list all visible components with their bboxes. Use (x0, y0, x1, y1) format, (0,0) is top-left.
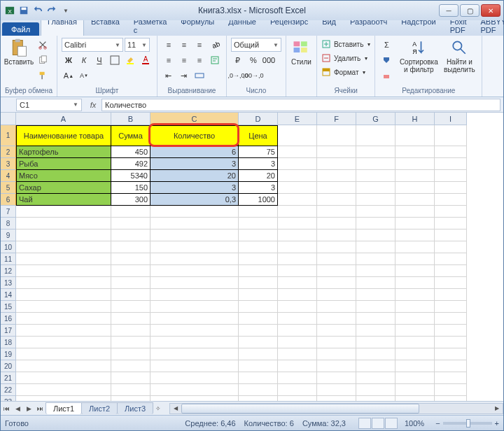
sheet-nav-prev-icon[interactable]: ◀ (12, 403, 23, 414)
cell-A12[interactable] (16, 265, 111, 277)
cell-F2[interactable] (317, 146, 356, 158)
row-header-3[interactable]: 3 (1, 158, 16, 170)
cell-G6[interactable] (356, 194, 396, 206)
cell-B7[interactable] (111, 206, 150, 218)
worksheet-grid[interactable]: ABCDEFGHI 123456789101112131415161718192… (1, 113, 503, 401)
cell-A9[interactable] (16, 229, 111, 241)
cell-A16[interactable] (16, 313, 111, 325)
cell-B20[interactable] (111, 360, 150, 372)
cell-A17[interactable] (16, 325, 111, 337)
sheet-nav-next-icon[interactable]: ▶ (23, 403, 34, 414)
cell-I17[interactable] (435, 325, 467, 337)
cell-F7[interactable] (317, 206, 356, 218)
cell-F1[interactable] (317, 125, 356, 146)
formula-input[interactable]: Количество (102, 99, 500, 111)
row-header-9[interactable]: 9 (1, 229, 16, 241)
align-middle-icon[interactable]: ≡ (177, 38, 191, 52)
cell-G16[interactable] (356, 313, 396, 325)
cell-A20[interactable] (16, 360, 111, 372)
cut-icon[interactable] (36, 38, 50, 52)
cell-E22[interactable] (278, 384, 317, 396)
cell-D19[interactable] (239, 348, 278, 360)
zoom-slider[interactable]: − + (435, 419, 499, 428)
cell-G8[interactable] (356, 218, 396, 229)
cell-A1[interactable]: Наименование товара (16, 125, 111, 146)
row-header-19[interactable]: 19 (1, 348, 16, 360)
cell-F20[interactable] (317, 360, 356, 372)
scroll-left-icon[interactable]: ◀ (170, 404, 181, 414)
cell-G22[interactable] (356, 384, 396, 396)
clear-icon[interactable] (379, 69, 393, 83)
cell-C13[interactable] (150, 277, 239, 289)
cell-C9[interactable] (150, 229, 239, 241)
cell-G11[interactable] (356, 253, 396, 265)
font-color-button[interactable]: A (139, 53, 153, 67)
align-center-icon[interactable]: ≡ (177, 53, 191, 67)
cell-G1[interactable] (356, 125, 396, 146)
col-header-D[interactable]: D (239, 113, 278, 125)
cell-B2[interactable]: 450 (111, 146, 150, 158)
cell-C10[interactable] (150, 241, 239, 253)
cell-H22[interactable] (396, 384, 435, 396)
cell-I16[interactable] (435, 313, 467, 325)
cell-A6[interactable]: Чай (16, 194, 111, 206)
cell-B16[interactable] (111, 313, 150, 325)
cell-F4[interactable] (317, 170, 356, 182)
cell-C1[interactable]: Количество (150, 125, 239, 146)
horizontal-scrollbar[interactable]: ◀ ▶ (169, 403, 503, 414)
cell-B23[interactable] (111, 396, 150, 401)
cell-A18[interactable] (16, 337, 111, 348)
orientation-icon[interactable]: ab (208, 38, 222, 52)
cell-H14[interactable] (396, 289, 435, 301)
cell-D9[interactable] (239, 229, 278, 241)
cell-D17[interactable] (239, 325, 278, 337)
row-header-23[interactable]: 23 (1, 396, 16, 401)
cell-E12[interactable] (278, 265, 317, 277)
col-header-E[interactable]: E (278, 113, 317, 125)
italic-button[interactable]: К (77, 53, 91, 67)
cell-C15[interactable] (150, 301, 239, 313)
cell-A2[interactable]: Картофель (16, 146, 111, 158)
cell-B15[interactable] (111, 301, 150, 313)
zoom-in-icon[interactable]: + (495, 419, 499, 428)
cell-D12[interactable] (239, 265, 278, 277)
cell-G5[interactable] (356, 182, 396, 194)
cell-D20[interactable] (239, 360, 278, 372)
cell-H20[interactable] (396, 360, 435, 372)
cell-C23[interactable] (150, 396, 239, 401)
col-header-F[interactable]: F (317, 113, 356, 125)
cell-E14[interactable] (278, 289, 317, 301)
cell-F22[interactable] (317, 384, 356, 396)
cell-B14[interactable] (111, 289, 150, 301)
cell-B1[interactable]: Сумма (111, 125, 150, 146)
align-bottom-icon[interactable]: ≡ (192, 38, 206, 52)
cell-E20[interactable] (278, 360, 317, 372)
cell-G18[interactable] (356, 337, 396, 348)
row-header-12[interactable]: 12 (1, 265, 16, 277)
cell-E1[interactable] (278, 125, 317, 146)
row-header-2[interactable]: 2 (1, 146, 16, 158)
cell-B4[interactable]: 5340 (111, 170, 150, 182)
cell-F3[interactable] (317, 158, 356, 170)
cell-E7[interactable] (278, 206, 317, 218)
cell-E11[interactable] (278, 253, 317, 265)
cell-G12[interactable] (356, 265, 396, 277)
select-all-corner[interactable] (1, 113, 16, 125)
cell-D14[interactable] (239, 289, 278, 301)
cell-D4[interactable]: 20 (239, 170, 278, 182)
percent-icon[interactable]: % (246, 53, 260, 67)
insert-cells-button[interactable]: Вставить▾ (321, 38, 370, 50)
cell-B10[interactable] (111, 241, 150, 253)
cell-I19[interactable] (435, 348, 467, 360)
merge-icon[interactable] (192, 69, 206, 83)
cell-H8[interactable] (396, 218, 435, 229)
fill-color-button[interactable] (123, 53, 137, 67)
cell-A19[interactable] (16, 348, 111, 360)
save-icon[interactable] (18, 4, 30, 17)
cell-D6[interactable]: 1000 (239, 194, 278, 206)
bold-button[interactable]: Ж (62, 53, 76, 67)
cell-C20[interactable] (150, 360, 239, 372)
cell-I9[interactable] (435, 229, 467, 241)
cell-I4[interactable] (435, 170, 467, 182)
cell-B9[interactable] (111, 229, 150, 241)
